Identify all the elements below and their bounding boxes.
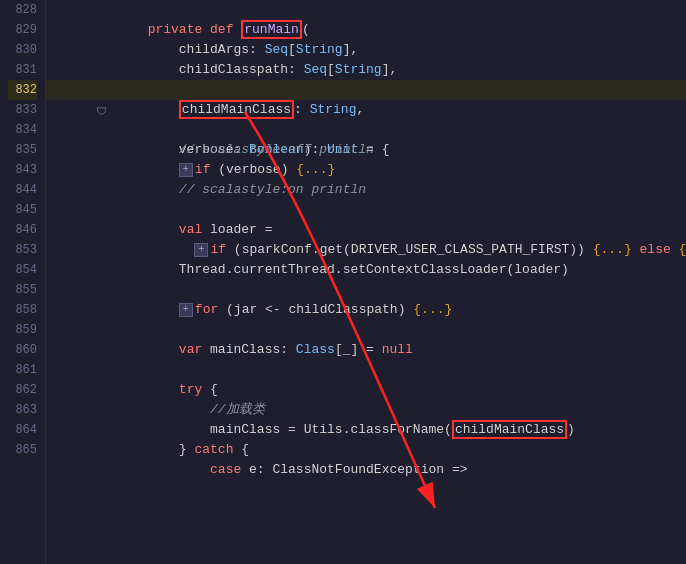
line-863: 863 [8, 400, 37, 420]
code-lines: private def runMain( childArgs: Seq[Stri… [46, 0, 686, 564]
line-859: 859 [8, 320, 37, 340]
line-844: 844 [8, 180, 37, 200]
code-line-864: } catch { [46, 420, 686, 440]
code-line-835: +if (verbose) {...} [46, 140, 686, 160]
code-line-833: 🛡 verbose: Boolean): Unit = { [46, 100, 686, 120]
code-line-859: var mainClass: Class[_] = null [46, 320, 686, 340]
line-861: 861 [8, 360, 37, 380]
code-line-853: Thread.currentThread.setContextClassLoad… [46, 240, 686, 260]
kw-case: case [210, 462, 241, 477]
line-831: 831 [8, 60, 37, 80]
line-845: 845 [8, 200, 37, 220]
line-834: 834 [8, 120, 37, 140]
code-line-831: sparkConf: SparkConf, [46, 60, 686, 80]
code-line-843: // scalastyle:on println [46, 160, 686, 180]
code-line-855: +for (jar <- childClasspath) {...} [46, 280, 686, 300]
code-line-845: val loader = [46, 200, 686, 220]
line-846: 846 [8, 220, 37, 240]
code-editor: 828 829 830 831 832 833 834 835 843 844 … [0, 0, 686, 564]
code-line-865: case e: ClassNotFoundException => [46, 440, 686, 460]
line-828: 828 [8, 0, 37, 20]
line-843: 843 [8, 160, 37, 180]
line-830: 830 [8, 40, 37, 60]
line-860: 860 [8, 340, 37, 360]
line-865: 865 [8, 440, 37, 460]
code-line-862: //加载类 [46, 380, 686, 400]
line-855: 855 [8, 280, 37, 300]
line-829: 829 [8, 20, 37, 40]
shield-icon: 🛡 [96, 102, 107, 122]
line-832: 832 [8, 80, 37, 100]
code-line-858 [46, 300, 686, 320]
code-line-830: childClasspath: Seq[String], [46, 40, 686, 60]
line-numbers: 828 829 830 831 832 833 834 835 843 844 … [0, 0, 46, 564]
code-line-829: childArgs: Seq[String], [46, 20, 686, 40]
code-line-828: private def runMain( [46, 0, 686, 20]
line-854: 854 [8, 260, 37, 280]
code-line-863: mainClass = Utils.classForName(childMain… [46, 400, 686, 420]
line-858: 858 [8, 300, 37, 320]
line-853: 853 [8, 240, 37, 260]
code-line-861: try { [46, 360, 686, 380]
code-line-834: // scalastyle:off println [46, 120, 686, 140]
line-833: 833 [8, 100, 37, 120]
code-container: 828 829 830 831 832 833 834 835 843 844 … [0, 0, 686, 564]
line-862: 862 [8, 380, 37, 400]
line-864: 864 [8, 420, 37, 440]
code-line-846: +if (sparkConf.get(DRIVER_USER_CLASS_PAT… [46, 220, 686, 240]
line-835: 835 [8, 140, 37, 160]
code-line-844 [46, 180, 686, 200]
code-line-832: childMainClass: String, [46, 80, 686, 100]
code-line-854 [46, 260, 686, 280]
code-line-860 [46, 340, 686, 360]
